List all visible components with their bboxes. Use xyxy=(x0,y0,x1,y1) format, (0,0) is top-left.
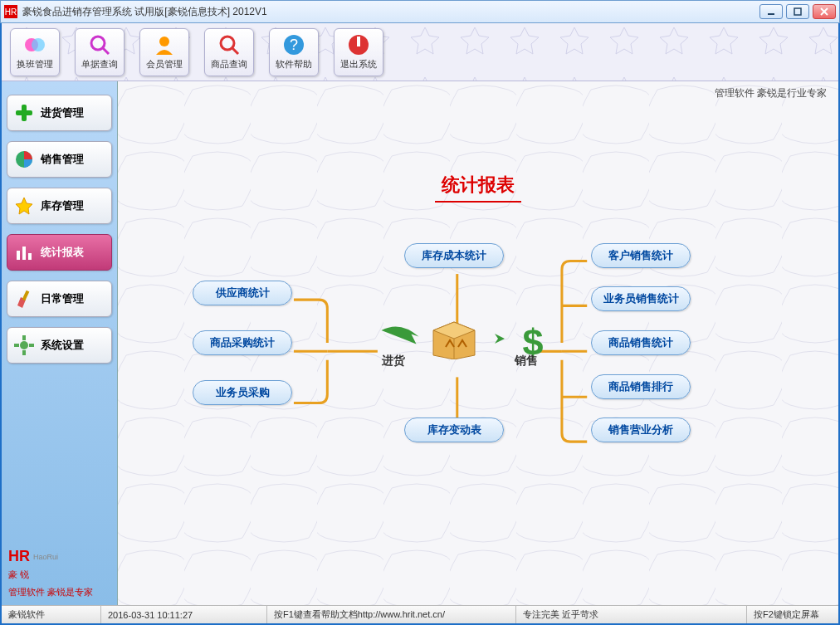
svg-rect-27 xyxy=(14,344,19,347)
app-icon: HR xyxy=(4,5,17,18)
brush-icon xyxy=(14,289,34,309)
node-supplier-stats[interactable]: 供应商统计 xyxy=(193,281,292,305)
statusbar: 豪锐软件 2016-03-31 10:11:27 按F1键查看帮助文档http:… xyxy=(2,605,838,623)
gear-icon xyxy=(14,335,34,355)
toolbar-search-doc-button[interactable]: 单据查询 xyxy=(75,28,125,76)
corner-slogan: 管理软件 豪锐是行业专家 xyxy=(715,86,827,100)
minimize-button[interactable] xyxy=(759,4,783,19)
brand-slogan: 管理软件 豪锐是专家 xyxy=(8,586,110,598)
sidebar-item-pie[interactable]: 销售管理 xyxy=(7,141,112,178)
toolbar-label: 换班管理 xyxy=(17,58,53,71)
svg-point-24 xyxy=(20,341,28,349)
main-content: 管理软件 豪锐是行业专家 统计报表 xyxy=(118,81,838,605)
toolbar-label: 商品查询 xyxy=(211,58,247,71)
sidebar-item-label: 进货管理 xyxy=(41,105,84,120)
toolbar-exit-button[interactable]: 退出系统 xyxy=(334,28,383,76)
node-salesman-purchase[interactable]: 业务员采购 xyxy=(193,380,292,405)
status-company: 豪锐软件 xyxy=(2,606,101,623)
help-icon: ? xyxy=(282,33,305,56)
sidebar-item-label: 统计报表 xyxy=(41,245,84,260)
status-datetime: 2016-03-31 10:11:27 xyxy=(101,606,267,623)
window-title: 豪锐食品进销存管理系统 试用版[豪锐信息技术] 2012V1 xyxy=(22,5,759,19)
node-salesman-sales[interactable]: 业务员销售统计 xyxy=(591,286,691,311)
brand-logo-en: HR xyxy=(8,548,30,565)
node-sales-business[interactable]: 销售营业分析 xyxy=(591,417,691,442)
toolbar-search-goods-button[interactable]: 商品查询 xyxy=(204,28,254,76)
node-customer-sales[interactable]: 客户销售统计 xyxy=(591,243,691,268)
svg-rect-22 xyxy=(28,253,32,260)
toolbar-label: 退出系统 xyxy=(340,58,377,71)
status-lock: 按F2键锁定屏幕 xyxy=(747,606,838,623)
plus-icon xyxy=(14,103,34,123)
sidebar-item-label: 库存管理 xyxy=(41,198,84,213)
node-goods-sales-rank[interactable]: 商品销售排行 xyxy=(591,374,691,399)
exit-icon xyxy=(347,33,370,56)
svg-text:?: ? xyxy=(290,37,298,53)
maximize-button[interactable] xyxy=(786,4,809,19)
node-goods-purchase-stats[interactable]: 商品采购统计 xyxy=(193,330,292,355)
svg-point-11 xyxy=(221,37,234,50)
search-goods-icon xyxy=(217,33,241,56)
svg-rect-26 xyxy=(22,350,26,355)
svg-rect-18 xyxy=(16,110,32,115)
sidebar-item-gear[interactable]: 系统设置 xyxy=(7,327,112,364)
sidebar-item-brush[interactable]: 日常管理 xyxy=(7,281,112,317)
toolbar-help-button[interactable]: ?软件帮助 xyxy=(269,28,319,76)
status-motto: 专注完美 近乎苛求 xyxy=(516,606,747,623)
brand-logo-cn: 豪 锐 xyxy=(8,569,110,581)
svg-line-9 xyxy=(103,48,109,54)
out-label: 销售 xyxy=(515,354,538,369)
svg-rect-20 xyxy=(17,251,20,260)
arrow-right-icon xyxy=(481,330,506,347)
sidebar-item-bars[interactable]: 统计报表 xyxy=(7,234,112,271)
bars-icon xyxy=(14,242,34,262)
diagram-title: 统计报表 xyxy=(435,173,521,203)
svg-line-12 xyxy=(232,48,238,54)
svg-text:HR: HR xyxy=(5,7,17,17)
svg-rect-28 xyxy=(29,344,34,347)
sidebar-item-plus[interactable]: 进货管理 xyxy=(7,95,112,131)
sidebar-item-star[interactable]: 库存管理 xyxy=(7,188,112,224)
close-button[interactable] xyxy=(813,4,836,19)
diagram: 统计报表 供应商统计 xyxy=(118,106,838,605)
member-icon xyxy=(153,33,176,56)
sidebar-item-label: 销售管理 xyxy=(41,152,84,167)
svg-rect-21 xyxy=(22,247,26,260)
svg-rect-25 xyxy=(22,335,26,340)
svg-rect-16 xyxy=(357,37,360,46)
toolbar-label: 单据查询 xyxy=(81,58,118,71)
status-help: 按F1键查看帮助文档http://www.hrit.net.cn/ xyxy=(267,606,516,623)
svg-rect-23 xyxy=(22,291,30,301)
svg-rect-3 xyxy=(794,8,801,15)
sidebar-item-label: 系统设置 xyxy=(41,338,84,353)
svg-point-10 xyxy=(159,37,169,46)
sidebar-item-label: 日常管理 xyxy=(41,291,84,306)
toolbar: 换班管理单据查询会员管理商品查询?软件帮助退出系统 xyxy=(2,23,838,81)
search-doc-icon xyxy=(88,33,111,56)
node-inventory-cost[interactable]: 库存成本统计 xyxy=(404,243,504,268)
svg-point-8 xyxy=(91,37,105,50)
star-icon xyxy=(14,196,34,216)
node-goods-sales[interactable]: 商品销售统计 xyxy=(591,330,691,355)
in-label: 进货 xyxy=(382,354,405,369)
swap-icon xyxy=(23,33,46,56)
box-icon xyxy=(429,318,479,359)
toolbar-label: 软件帮助 xyxy=(276,58,312,71)
svg-point-7 xyxy=(32,38,45,51)
brand-logo-sub: HaoRui xyxy=(33,553,58,561)
toolbar-swap-button[interactable]: 换班管理 xyxy=(10,28,60,76)
toolbar-member-button[interactable]: 会员管理 xyxy=(139,28,189,76)
sidebar: 进货管理销售管理库存管理统计报表日常管理系统设置HRHaoRui豪 锐管理软件 … xyxy=(2,81,118,605)
titlebar: HR 豪锐食品进销存管理系统 试用版[豪锐信息技术] 2012V1 xyxy=(0,0,840,23)
toolbar-label: 会员管理 xyxy=(146,58,183,71)
pie-icon xyxy=(14,149,34,169)
node-inventory-change[interactable]: 库存变动表 xyxy=(404,417,504,442)
brand-block: HRHaoRui豪 锐管理软件 豪锐是专家 xyxy=(2,541,117,605)
